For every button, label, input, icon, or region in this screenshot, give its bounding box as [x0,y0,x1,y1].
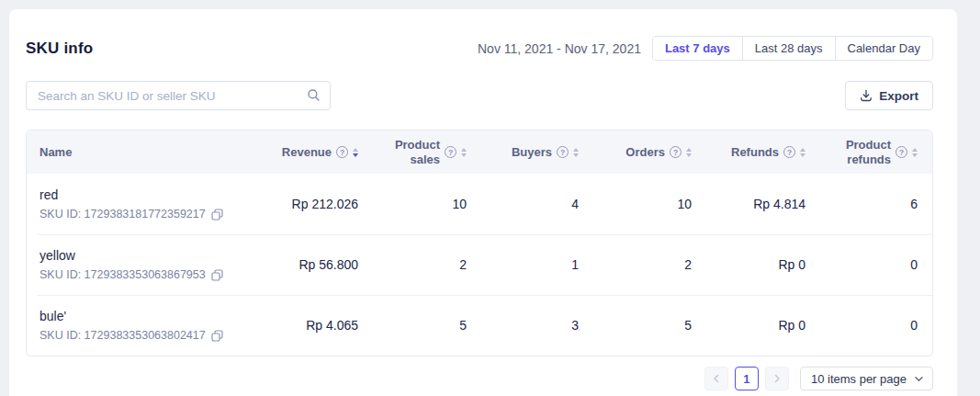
search-input[interactable] [26,81,331,110]
sku-name: red [39,187,261,202]
page-title: SKU info [26,40,93,58]
pagination: 1 10 items per page [26,367,933,390]
buyers-value: 1 [479,257,591,272]
product-refunds-value: 0 [818,257,932,272]
product-sales-value: 2 [371,257,479,272]
sku-id: SKU ID: 1729383181772359217 [39,208,206,221]
orders-value: 10 [591,197,704,211]
copy-icon[interactable] [211,209,223,221]
date-controls: Nov 11, 2021 - Nov 17, 2021 Last 7 days … [478,36,933,61]
range-button-last-28-days[interactable]: Last 28 days [742,37,835,60]
sku-table: Name Revenue Product sales Buyers Orders [26,130,933,356]
toolbar: Export [26,81,933,110]
sku-name-cell: bule' SKU ID: 1729383353063802417 [27,309,261,342]
sort-icon[interactable] [461,148,467,157]
download-icon [860,89,873,102]
items-per-page-label: 10 items per page [811,372,907,386]
range-button-calendar-day[interactable]: Calendar Day [835,37,933,60]
sku-id: SKU ID: 1729383353063867953 [39,268,206,281]
orders-value: 5 [591,318,704,333]
product-sales-value: 10 [371,197,479,211]
column-header-orders[interactable]: Orders [591,145,704,160]
search-box [26,81,331,110]
chevron-left-icon [712,374,721,383]
chevron-down-icon [914,374,924,384]
info-icon[interactable] [783,146,795,158]
refunds-value: Rp 0 [704,318,818,333]
orders-value: 2 [591,257,704,272]
info-icon[interactable] [336,146,348,158]
date-range-label: Nov 11, 2021 - Nov 17, 2021 [478,41,641,56]
sort-icon[interactable] [686,148,692,157]
column-header-buyers[interactable]: Buyers [479,145,591,160]
table-header-row: Name Revenue Product sales Buyers Orders [27,130,932,174]
card-header: SKU info Nov 11, 2021 - Nov 17, 2021 Las… [26,9,933,61]
page-1-button[interactable]: 1 [735,367,759,390]
product-sales-value: 5 [371,318,479,333]
column-header-product-refunds[interactable]: Product refunds [818,138,932,166]
sku-name: yellow [39,248,261,263]
column-header-revenue[interactable]: Revenue [261,145,371,160]
table-row: red SKU ID: 1729383181772359217 Rp 212.0… [27,174,932,234]
prev-page-button[interactable] [704,367,728,390]
column-header-name: Name [27,145,261,160]
next-page-button[interactable] [765,367,789,390]
info-icon[interactable] [670,146,681,158]
revenue-value: Rp 4.065 [261,318,371,333]
sku-name-cell: yellow SKU ID: 1729383353063867953 [27,248,261,281]
sort-icon[interactable] [573,148,579,157]
revenue-value: Rp 212.026 [261,197,371,211]
column-header-product-sales[interactable]: Product sales [371,138,479,166]
sku-id: SKU ID: 1729383353063802417 [39,329,206,342]
sort-icon[interactable] [912,148,918,157]
table-row: bule' SKU ID: 1729383353063802417 Rp 4.0… [27,295,932,356]
buyers-value: 3 [479,318,591,333]
refunds-value: Rp 4.814 [704,197,818,211]
info-icon[interactable] [557,146,569,158]
copy-icon[interactable] [211,330,223,342]
refunds-value: Rp 0 [704,257,818,272]
sku-name-cell: red SKU ID: 1729383181772359217 [27,187,261,221]
sort-icon[interactable] [353,148,358,157]
date-range-switcher: Last 7 days Last 28 days Calendar Day [652,36,933,61]
revenue-value: Rp 56.800 [261,257,371,272]
sort-icon[interactable] [800,148,805,157]
export-label: Export [879,89,918,103]
sku-name: bule' [39,309,261,323]
copy-icon[interactable] [211,269,223,281]
export-button[interactable]: Export [845,81,933,110]
sku-info-card: SKU info Nov 11, 2021 - Nov 17, 2021 Las… [9,9,957,396]
info-icon[interactable] [896,146,907,158]
items-per-page-select[interactable]: 10 items per page [800,367,933,390]
chevron-right-icon [772,374,782,383]
product-refunds-value: 6 [818,197,932,211]
table-row: yellow SKU ID: 1729383353063867953 Rp 56… [27,234,932,295]
buyers-value: 4 [479,197,591,211]
search-icon [307,88,321,102]
range-button-last-7-days[interactable]: Last 7 days [653,37,742,60]
column-header-refunds[interactable]: Refunds [704,145,818,160]
info-icon[interactable] [445,146,456,158]
product-refunds-value: 0 [818,318,932,333]
